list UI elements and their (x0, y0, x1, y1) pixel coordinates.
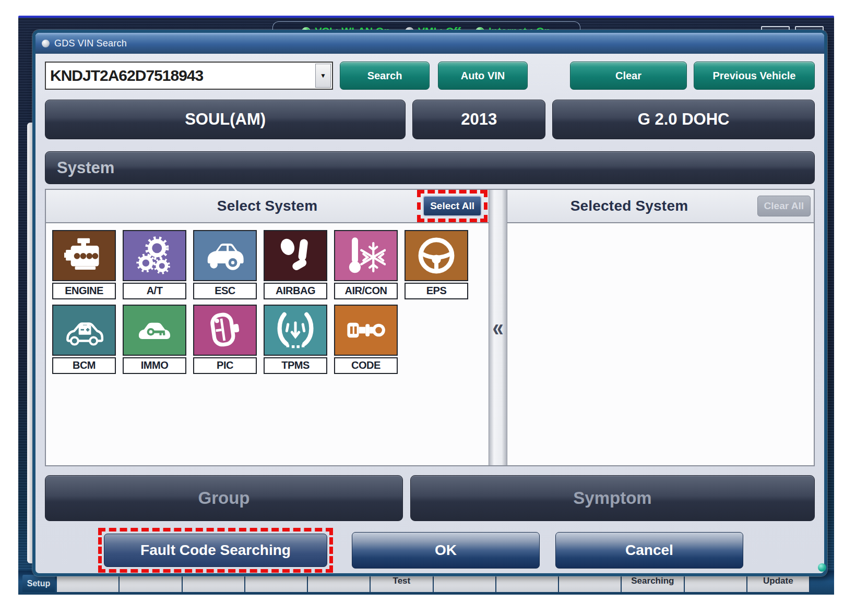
steering-wheel-icon (417, 236, 456, 275)
taskbar-tab-label: Test (393, 576, 411, 586)
search-button[interactable]: Search (340, 62, 430, 90)
select-system-title: Select System (217, 198, 318, 214)
chevron-left-double-icon: « (492, 313, 503, 342)
system-tile-icon-area (52, 230, 116, 281)
taskbar-tab[interactable] (685, 574, 747, 592)
info-status-icon (818, 563, 826, 572)
vehicle-year-button[interactable]: 2013 (412, 100, 545, 139)
system-tile-eps[interactable]: EPS (405, 230, 468, 299)
thermometer-snowflake-icon (346, 236, 386, 275)
previous-vehicle-button[interactable]: Previous Vehicle (694, 62, 815, 90)
taskbar-tab-test[interactable]: Test (371, 574, 433, 592)
ok-button[interactable]: OK (352, 532, 540, 569)
taskbar-tab[interactable] (183, 574, 245, 592)
system-tile-label: A/T (123, 283, 186, 299)
system-tile-tpms[interactable]: TPMS (264, 305, 327, 374)
gds-vin-search-dialog: GDS VIN Search ▼ Search Auto VIN Clear P… (32, 30, 827, 576)
red-dashed-highlight: Select All (417, 190, 488, 222)
select-all-button[interactable]: Select All (423, 196, 482, 216)
footer-row: Fault Code Searching OK Cancel (45, 528, 815, 573)
system-tile-label: IMMO (123, 357, 186, 374)
system-tile-icon-area (334, 230, 398, 281)
taskbar-tab[interactable] (245, 574, 308, 592)
cancel-button[interactable]: Cancel (555, 532, 743, 569)
clear-button[interactable]: Clear (570, 62, 687, 90)
car-brake-icon (205, 236, 245, 275)
taskbar-tab[interactable] (308, 574, 371, 592)
system-section-title: System (57, 159, 114, 177)
vehicle-row: SOUL(AM) 2013 G 2.0 DOHC (45, 100, 815, 139)
taskbar-tab-label: Searching (631, 576, 674, 586)
tire-pressure-icon (276, 310, 315, 350)
key-fob-icon (205, 310, 245, 350)
engine-icon (64, 236, 104, 275)
group-button[interactable]: Group (45, 475, 403, 521)
system-section-header: System (45, 151, 815, 184)
fault-code-searching-button[interactable]: Fault Code Searching (104, 534, 327, 567)
system-tile-icon-area (193, 230, 257, 281)
taskbar-tab-update[interactable]: Update (747, 574, 810, 592)
system-tile-air-con[interactable]: AIR/CON (334, 230, 398, 299)
car-key-icon (135, 310, 174, 350)
panel-collapse-divider[interactable]: « (489, 190, 507, 465)
select-system-panel: Select System Select All ENGINEA/TESCAIR… (46, 190, 489, 465)
selected-system-header: Selected System Clear All (507, 190, 814, 223)
vin-combobox: ▼ (45, 62, 333, 90)
transmission-gears-icon (135, 236, 174, 275)
system-tile-engine[interactable]: ENGINE (52, 230, 116, 299)
system-tile-immo[interactable]: IMMO (123, 305, 186, 374)
fault-code-searching-highlight: Fault Code Searching (98, 528, 333, 573)
vin-dropdown-button[interactable]: ▼ (315, 64, 331, 88)
system-tile-label: ESC (193, 283, 257, 299)
selected-system-title: Selected System (570, 198, 688, 214)
dialog-titlebar[interactable]: GDS VIN Search (35, 33, 824, 54)
symptom-button[interactable]: Symptom (410, 475, 815, 521)
vin-input[interactable] (46, 67, 314, 84)
system-tile-label: AIRBAG (264, 283, 327, 299)
key-icon (346, 310, 386, 350)
system-tile-label: EPS (405, 283, 468, 299)
system-tile-label: PIC (193, 357, 257, 374)
auto-vin-button[interactable]: Auto VIN (438, 62, 528, 90)
system-tile-icon-area (52, 305, 116, 356)
chevron-down-icon: ▼ (320, 72, 326, 79)
system-tile-esc[interactable]: ESC (193, 230, 257, 299)
system-tile-bcm[interactable]: BCM (52, 305, 116, 374)
system-tile-label: CODE (334, 357, 398, 374)
system-grid: ENGINEA/TESCAIRBAGAIR/CONEPSBCMIMMOPICTP… (46, 223, 489, 465)
taskbar-tab-searching[interactable]: Searching (622, 574, 684, 592)
system-tile-label: TPMS (264, 357, 327, 374)
taskbar-tab[interactable] (120, 574, 182, 592)
select-all-highlight: Select All (417, 190, 488, 222)
system-tile-pic[interactable]: PIC (193, 305, 257, 374)
airbag-seat-icon (276, 236, 315, 275)
system-tile-icon-area (405, 230, 468, 281)
vehicle-model-button[interactable]: SOUL(AM) (45, 100, 406, 139)
system-tile-icon-area (264, 305, 327, 356)
system-tile-a-t[interactable]: A/T (123, 230, 186, 299)
system-tile-icon-area (123, 230, 186, 281)
system-tile-code[interactable]: CODE (334, 305, 398, 374)
app-sphere-icon (42, 40, 50, 47)
taskbar-tab[interactable] (434, 574, 496, 592)
system-tile-icon-area (123, 305, 186, 356)
dialog-title: GDS VIN Search (54, 38, 127, 49)
clear-all-button[interactable]: Clear All (757, 196, 811, 216)
selected-system-panel: Selected System Clear All (507, 190, 814, 465)
vin-row: ▼ Search Auto VIN Clear Previous Vehicle (45, 62, 815, 90)
selected-system-list (507, 223, 814, 465)
taskbar-tab[interactable] (496, 574, 559, 592)
system-tile-icon-area (334, 305, 398, 356)
dialog-content: ▼ Search Auto VIN Clear Previous Vehicle… (35, 54, 824, 573)
system-tile-icon-area (193, 305, 257, 356)
taskbar-strip: TestSearchingUpdate (57, 574, 810, 592)
taskbar-tab-setup[interactable]: Setup (22, 575, 55, 592)
system-tile-airbag[interactable]: AIRBAG (264, 230, 327, 299)
system-tile-label: AIR/CON (334, 283, 398, 299)
taskbar-tab[interactable] (559, 574, 622, 592)
system-tile-icon-area (264, 230, 327, 281)
vehicle-engine-button[interactable]: G 2.0 DOHC (552, 100, 815, 139)
taskbar-tab[interactable] (57, 574, 120, 592)
select-system-header: Select System Select All (46, 190, 489, 223)
group-row: Group Symptom (45, 475, 815, 521)
